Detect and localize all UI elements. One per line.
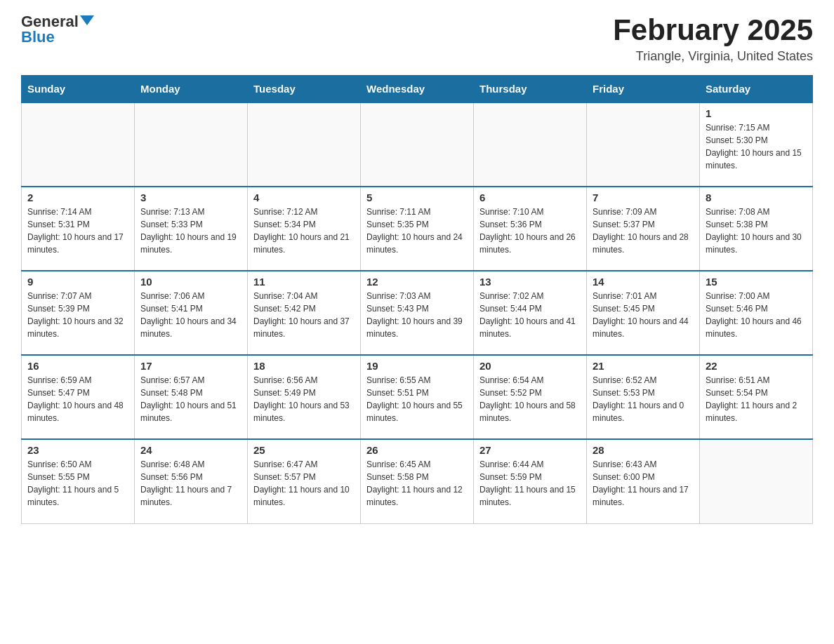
day-info: Sunrise: 7:03 AMSunset: 5:43 PMDaylight:…: [366, 290, 468, 340]
calendar-cell: 24Sunrise: 6:48 AMSunset: 5:56 PMDayligh…: [135, 439, 248, 523]
day-number: 3: [140, 192, 241, 203]
day-number: 8: [706, 192, 807, 203]
day-number: 12: [366, 276, 468, 288]
calendar-cell: [587, 102, 700, 187]
day-number: 2: [27, 192, 128, 203]
calendar-cell: 12Sunrise: 7:03 AMSunset: 5:43 PMDayligh…: [361, 271, 474, 355]
calendar-week-row: 23Sunrise: 6:50 AMSunset: 5:55 PMDayligh…: [22, 439, 813, 523]
location-subtitle: Triangle, Virginia, United States: [613, 49, 813, 64]
day-number: 15: [706, 276, 807, 288]
day-info: Sunrise: 7:14 AMSunset: 5:31 PMDaylight:…: [27, 206, 128, 256]
calendar-cell: [361, 102, 474, 187]
calendar-week-row: 1Sunrise: 7:15 AMSunset: 5:30 PMDaylight…: [22, 102, 813, 187]
day-info: Sunrise: 7:06 AMSunset: 5:41 PMDaylight:…: [140, 290, 241, 340]
day-number: 11: [253, 276, 355, 288]
calendar-table: SundayMondayTuesdayWednesdayThursdayFrid…: [21, 75, 813, 524]
day-info: Sunrise: 6:52 AMSunset: 5:53 PMDaylight:…: [593, 374, 694, 424]
day-number: 17: [140, 360, 241, 372]
day-info: Sunrise: 6:44 AMSunset: 5:59 PMDaylight:…: [479, 458, 581, 509]
calendar-cell: 16Sunrise: 6:59 AMSunset: 5:47 PMDayligh…: [22, 355, 135, 439]
day-info: Sunrise: 6:51 AMSunset: 5:54 PMDaylight:…: [706, 374, 807, 424]
day-info: Sunrise: 6:50 AMSunset: 5:55 PMDaylight:…: [27, 458, 128, 509]
day-number: 9: [27, 276, 128, 288]
day-number: 26: [366, 444, 468, 456]
calendar-day-header: Sunday: [22, 76, 135, 103]
day-number: 10: [140, 276, 241, 288]
day-info: Sunrise: 6:56 AMSunset: 5:49 PMDaylight:…: [253, 374, 355, 424]
calendar-cell: 7Sunrise: 7:09 AMSunset: 5:37 PMDaylight…: [587, 187, 700, 271]
day-info: Sunrise: 7:07 AMSunset: 5:39 PMDaylight:…: [27, 290, 128, 340]
calendar-cell: 10Sunrise: 7:06 AMSunset: 5:41 PMDayligh…: [135, 271, 248, 355]
calendar-cell: 27Sunrise: 6:44 AMSunset: 5:59 PMDayligh…: [474, 439, 587, 523]
title-block: February 2025 Triangle, Virginia, United…: [613, 14, 813, 64]
month-title: February 2025: [613, 14, 813, 46]
day-number: 20: [479, 360, 581, 372]
calendar-day-header: Friday: [587, 76, 700, 103]
calendar-cell: 15Sunrise: 7:00 AMSunset: 5:46 PMDayligh…: [700, 271, 813, 355]
calendar-cell: 2Sunrise: 7:14 AMSunset: 5:31 PMDaylight…: [22, 187, 135, 271]
calendar-week-row: 9Sunrise: 7:07 AMSunset: 5:39 PMDaylight…: [22, 271, 813, 355]
calendar-cell: 11Sunrise: 7:04 AMSunset: 5:42 PMDayligh…: [248, 271, 361, 355]
logo-triangle-icon: [80, 15, 94, 25]
page-header: General Blue February 2025 Triangle, Vir…: [21, 14, 813, 64]
day-number: 22: [706, 360, 807, 372]
day-info: Sunrise: 6:55 AMSunset: 5:51 PMDaylight:…: [366, 374, 468, 424]
calendar-cell: 1Sunrise: 7:15 AMSunset: 5:30 PMDaylight…: [700, 102, 813, 187]
calendar-week-row: 2Sunrise: 7:14 AMSunset: 5:31 PMDaylight…: [22, 187, 813, 271]
calendar-cell: 18Sunrise: 6:56 AMSunset: 5:49 PMDayligh…: [248, 355, 361, 439]
calendar-cell: [248, 102, 361, 187]
day-info: Sunrise: 6:59 AMSunset: 5:47 PMDaylight:…: [27, 374, 128, 424]
calendar-cell: 9Sunrise: 7:07 AMSunset: 5:39 PMDaylight…: [22, 271, 135, 355]
calendar-week-row: 16Sunrise: 6:59 AMSunset: 5:47 PMDayligh…: [22, 355, 813, 439]
day-info: Sunrise: 7:09 AMSunset: 5:37 PMDaylight:…: [593, 206, 694, 256]
day-number: 16: [27, 360, 128, 372]
calendar-cell: 14Sunrise: 7:01 AMSunset: 5:45 PMDayligh…: [587, 271, 700, 355]
calendar-day-header: Thursday: [474, 76, 587, 103]
day-number: 6: [479, 192, 581, 203]
day-info: Sunrise: 7:00 AMSunset: 5:46 PMDaylight:…: [706, 290, 807, 340]
calendar-cell: 20Sunrise: 6:54 AMSunset: 5:52 PMDayligh…: [474, 355, 587, 439]
logo-blue-text: Blue: [21, 29, 55, 45]
day-info: Sunrise: 7:01 AMSunset: 5:45 PMDaylight:…: [593, 290, 694, 340]
calendar-cell: [22, 102, 135, 187]
day-info: Sunrise: 6:47 AMSunset: 5:57 PMDaylight:…: [253, 458, 355, 509]
day-info: Sunrise: 7:11 AMSunset: 5:35 PMDaylight:…: [366, 206, 468, 256]
calendar-cell: 26Sunrise: 6:45 AMSunset: 5:58 PMDayligh…: [361, 439, 474, 523]
calendar-cell: [135, 102, 248, 187]
calendar-cell: 25Sunrise: 6:47 AMSunset: 5:57 PMDayligh…: [248, 439, 361, 523]
logo-general-text: General: [21, 14, 79, 29]
day-info: Sunrise: 7:04 AMSunset: 5:42 PMDaylight:…: [253, 290, 355, 340]
calendar-cell: 5Sunrise: 7:11 AMSunset: 5:35 PMDaylight…: [361, 187, 474, 271]
calendar-day-header: Tuesday: [248, 76, 361, 103]
day-number: 4: [253, 192, 355, 203]
day-info: Sunrise: 6:48 AMSunset: 5:56 PMDaylight:…: [140, 458, 241, 509]
calendar-cell: 23Sunrise: 6:50 AMSunset: 5:55 PMDayligh…: [22, 439, 135, 523]
day-info: Sunrise: 6:43 AMSunset: 6:00 PMDaylight:…: [593, 458, 694, 509]
calendar-cell: [474, 102, 587, 187]
day-info: Sunrise: 7:12 AMSunset: 5:34 PMDaylight:…: [253, 206, 355, 256]
calendar-cell: 28Sunrise: 6:43 AMSunset: 6:00 PMDayligh…: [587, 439, 700, 523]
calendar-cell: 17Sunrise: 6:57 AMSunset: 5:48 PMDayligh…: [135, 355, 248, 439]
day-info: Sunrise: 7:10 AMSunset: 5:36 PMDaylight:…: [479, 206, 581, 256]
day-info: Sunrise: 7:13 AMSunset: 5:33 PMDaylight:…: [140, 206, 241, 256]
calendar-cell: 3Sunrise: 7:13 AMSunset: 5:33 PMDaylight…: [135, 187, 248, 271]
calendar-day-header: Monday: [135, 76, 248, 103]
day-info: Sunrise: 7:08 AMSunset: 5:38 PMDaylight:…: [706, 206, 807, 256]
calendar-header-row: SundayMondayTuesdayWednesdayThursdayFrid…: [22, 76, 813, 103]
day-info: Sunrise: 7:02 AMSunset: 5:44 PMDaylight:…: [479, 290, 581, 340]
day-number: 24: [140, 444, 241, 456]
calendar-cell: 22Sunrise: 6:51 AMSunset: 5:54 PMDayligh…: [700, 355, 813, 439]
day-info: Sunrise: 7:15 AMSunset: 5:30 PMDaylight:…: [706, 121, 807, 172]
day-number: 13: [479, 276, 581, 288]
calendar-day-header: Wednesday: [361, 76, 474, 103]
day-number: 27: [479, 444, 581, 456]
day-number: 23: [27, 444, 128, 456]
day-info: Sunrise: 6:54 AMSunset: 5:52 PMDaylight:…: [479, 374, 581, 424]
day-number: 18: [253, 360, 355, 372]
day-number: 14: [593, 276, 694, 288]
day-number: 5: [366, 192, 468, 203]
calendar-cell: 19Sunrise: 6:55 AMSunset: 5:51 PMDayligh…: [361, 355, 474, 439]
calendar-cell: 8Sunrise: 7:08 AMSunset: 5:38 PMDaylight…: [700, 187, 813, 271]
day-number: 19: [366, 360, 468, 372]
day-number: 28: [593, 444, 694, 456]
